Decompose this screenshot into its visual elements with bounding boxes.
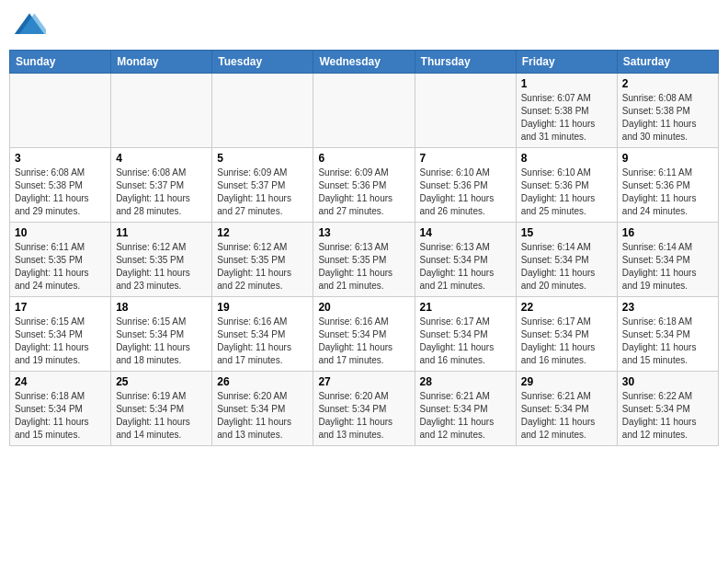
day-number: 8: [521, 152, 612, 165]
calendar-week-row: 24Sunrise: 6:18 AM Sunset: 5:34 PM Dayli…: [10, 372, 719, 446]
logo-icon: [13, 9, 46, 42]
day-number: 26: [217, 375, 308, 388]
day-info: Sunrise: 6:20 AM Sunset: 5:34 PM Dayligh…: [217, 390, 308, 442]
day-info: Sunrise: 6:07 AM Sunset: 5:38 PM Dayligh…: [521, 92, 612, 144]
calendar-cell: [10, 74, 111, 148]
calendar-cell: 19Sunrise: 6:16 AM Sunset: 5:34 PM Dayli…: [212, 297, 313, 372]
day-info: Sunrise: 6:17 AM Sunset: 5:34 PM Dayligh…: [420, 316, 511, 367]
day-info: Sunrise: 6:18 AM Sunset: 5:34 PM Dayligh…: [622, 316, 713, 367]
day-info: Sunrise: 6:15 AM Sunset: 5:34 PM Dayligh…: [116, 316, 207, 367]
day-info: Sunrise: 6:13 AM Sunset: 5:34 PM Dayligh…: [420, 241, 511, 293]
calendar-cell: [212, 74, 313, 148]
calendar-cell: 15Sunrise: 6:14 AM Sunset: 5:34 PM Dayli…: [516, 223, 617, 297]
calendar-cell: 26Sunrise: 6:20 AM Sunset: 5:34 PM Dayli…: [212, 372, 313, 446]
calendar-cell: 18Sunrise: 6:15 AM Sunset: 5:34 PM Dayli…: [111, 297, 212, 372]
day-info: Sunrise: 6:08 AM Sunset: 5:37 PM Dayligh…: [116, 167, 207, 218]
weekday-header: Wednesday: [313, 51, 415, 74]
day-info: Sunrise: 6:14 AM Sunset: 5:34 PM Dayligh…: [622, 241, 713, 293]
day-number: 13: [318, 226, 409, 239]
day-number: 5: [217, 152, 308, 165]
day-number: 27: [318, 375, 409, 388]
weekday-header: Monday: [111, 51, 212, 74]
calendar-cell: 10Sunrise: 6:11 AM Sunset: 5:35 PM Dayli…: [10, 223, 111, 297]
calendar-cell: 3Sunrise: 6:08 AM Sunset: 5:38 PM Daylig…: [10, 148, 111, 223]
day-info: Sunrise: 6:16 AM Sunset: 5:34 PM Dayligh…: [318, 316, 409, 367]
calendar-cell: 9Sunrise: 6:11 AM Sunset: 5:36 PM Daylig…: [617, 148, 718, 223]
page-header: [9, 9, 719, 42]
calendar-cell: 23Sunrise: 6:18 AM Sunset: 5:34 PM Dayli…: [617, 297, 718, 372]
day-info: Sunrise: 6:09 AM Sunset: 5:36 PM Dayligh…: [318, 167, 409, 218]
day-number: 6: [318, 152, 409, 165]
day-info: Sunrise: 6:08 AM Sunset: 5:38 PM Dayligh…: [622, 92, 713, 144]
day-info: Sunrise: 6:20 AM Sunset: 5:34 PM Dayligh…: [318, 390, 409, 442]
day-number: 28: [420, 375, 511, 388]
calendar-cell: [415, 74, 516, 148]
calendar-cell: 28Sunrise: 6:21 AM Sunset: 5:34 PM Dayli…: [415, 372, 516, 446]
day-number: 22: [521, 301, 612, 314]
day-info: Sunrise: 6:18 AM Sunset: 5:34 PM Dayligh…: [15, 390, 106, 442]
calendar-cell: 11Sunrise: 6:12 AM Sunset: 5:35 PM Dayli…: [111, 223, 212, 297]
calendar-cell: 17Sunrise: 6:15 AM Sunset: 5:34 PM Dayli…: [10, 297, 111, 372]
day-info: Sunrise: 6:12 AM Sunset: 5:35 PM Dayligh…: [217, 241, 308, 293]
calendar-cell: 21Sunrise: 6:17 AM Sunset: 5:34 PM Dayli…: [415, 297, 516, 372]
day-info: Sunrise: 6:08 AM Sunset: 5:38 PM Dayligh…: [15, 167, 106, 218]
day-number: 21: [420, 301, 511, 314]
calendar-cell: [313, 74, 415, 148]
calendar-cell: [111, 74, 212, 148]
day-number: 25: [116, 375, 207, 388]
day-info: Sunrise: 6:21 AM Sunset: 5:34 PM Dayligh…: [420, 390, 511, 442]
day-info: Sunrise: 6:12 AM Sunset: 5:35 PM Dayligh…: [116, 241, 207, 293]
calendar-cell: 12Sunrise: 6:12 AM Sunset: 5:35 PM Dayli…: [212, 223, 313, 297]
weekday-header: Thursday: [415, 51, 516, 74]
calendar-cell: 20Sunrise: 6:16 AM Sunset: 5:34 PM Dayli…: [313, 297, 415, 372]
day-number: 12: [217, 226, 308, 239]
calendar-cell: 27Sunrise: 6:20 AM Sunset: 5:34 PM Dayli…: [313, 372, 415, 446]
calendar-header-row: SundayMondayTuesdayWednesdayThursdayFrid…: [10, 51, 719, 74]
day-number: 7: [420, 152, 511, 165]
day-info: Sunrise: 6:13 AM Sunset: 5:35 PM Dayligh…: [318, 241, 409, 293]
day-info: Sunrise: 6:15 AM Sunset: 5:34 PM Dayligh…: [15, 316, 106, 367]
day-info: Sunrise: 6:19 AM Sunset: 5:34 PM Dayligh…: [116, 390, 207, 442]
day-info: Sunrise: 6:22 AM Sunset: 5:34 PM Dayligh…: [622, 390, 713, 442]
day-info: Sunrise: 6:11 AM Sunset: 5:35 PM Dayligh…: [15, 241, 106, 293]
calendar-cell: 13Sunrise: 6:13 AM Sunset: 5:35 PM Dayli…: [313, 223, 415, 297]
day-number: 10: [15, 226, 106, 239]
weekday-header: Saturday: [617, 51, 718, 74]
calendar-week-row: 3Sunrise: 6:08 AM Sunset: 5:38 PM Daylig…: [10, 148, 719, 223]
day-number: 20: [318, 301, 409, 314]
calendar-cell: 8Sunrise: 6:10 AM Sunset: 5:36 PM Daylig…: [516, 148, 617, 223]
calendar-cell: 25Sunrise: 6:19 AM Sunset: 5:34 PM Dayli…: [111, 372, 212, 446]
day-number: 17: [15, 301, 106, 314]
day-info: Sunrise: 6:10 AM Sunset: 5:36 PM Dayligh…: [420, 167, 511, 218]
weekday-header: Sunday: [10, 51, 111, 74]
calendar-cell: 30Sunrise: 6:22 AM Sunset: 5:34 PM Dayli…: [617, 372, 718, 446]
calendar-cell: 22Sunrise: 6:17 AM Sunset: 5:34 PM Dayli…: [516, 297, 617, 372]
calendar-cell: 14Sunrise: 6:13 AM Sunset: 5:34 PM Dayli…: [415, 223, 516, 297]
calendar-cell: 29Sunrise: 6:21 AM Sunset: 5:34 PM Dayli…: [516, 372, 617, 446]
day-info: Sunrise: 6:09 AM Sunset: 5:37 PM Dayligh…: [217, 167, 308, 218]
day-number: 29: [521, 375, 612, 388]
calendar-week-row: 1Sunrise: 6:07 AM Sunset: 5:38 PM Daylig…: [10, 74, 719, 148]
day-info: Sunrise: 6:21 AM Sunset: 5:34 PM Dayligh…: [521, 390, 612, 442]
calendar-cell: 2Sunrise: 6:08 AM Sunset: 5:38 PM Daylig…: [617, 74, 718, 148]
day-number: 4: [116, 152, 207, 165]
day-info: Sunrise: 6:14 AM Sunset: 5:34 PM Dayligh…: [521, 241, 612, 293]
calendar-cell: 7Sunrise: 6:10 AM Sunset: 5:36 PM Daylig…: [415, 148, 516, 223]
day-info: Sunrise: 6:11 AM Sunset: 5:36 PM Dayligh…: [622, 167, 713, 218]
day-number: 14: [420, 226, 511, 239]
day-number: 9: [622, 152, 713, 165]
weekday-header: Friday: [516, 51, 617, 74]
day-info: Sunrise: 6:16 AM Sunset: 5:34 PM Dayligh…: [217, 316, 308, 367]
day-number: 2: [622, 77, 713, 90]
calendar-cell: 16Sunrise: 6:14 AM Sunset: 5:34 PM Dayli…: [617, 223, 718, 297]
day-number: 11: [116, 226, 207, 239]
day-number: 24: [15, 375, 106, 388]
calendar-table: SundayMondayTuesdayWednesdayThursdayFrid…: [9, 50, 719, 446]
day-number: 15: [521, 226, 612, 239]
logo: [13, 9, 50, 42]
day-number: 3: [15, 152, 106, 165]
day-number: 23: [622, 301, 713, 314]
calendar-cell: 4Sunrise: 6:08 AM Sunset: 5:37 PM Daylig…: [111, 148, 212, 223]
calendar-cell: 24Sunrise: 6:18 AM Sunset: 5:34 PM Dayli…: [10, 372, 111, 446]
calendar-cell: 1Sunrise: 6:07 AM Sunset: 5:38 PM Daylig…: [516, 74, 617, 148]
